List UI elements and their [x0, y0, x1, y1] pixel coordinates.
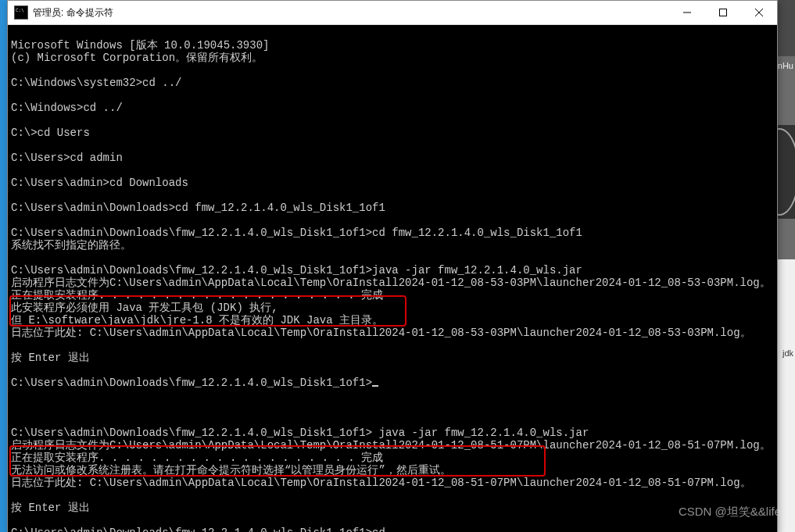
bg-text-fragment: nHu: [778, 61, 793, 70]
maximize-icon: [719, 9, 727, 16]
terminal-line: 但 E:\software\java\jdk\jre-1.8 不是有效的 JDK…: [11, 314, 383, 327]
window-buttons: [669, 1, 777, 24]
terminal-line: C:\>cd Users: [11, 127, 90, 139]
terminal-line: C:\Users\admin\Downloads\fmw_12.2.1.4.0_…: [11, 377, 372, 389]
close-button[interactable]: [741, 1, 777, 24]
bg-text-fragment: jdk: [782, 348, 793, 358]
window-title: 管理员: 命令提示符: [33, 6, 669, 20]
maximize-button[interactable]: [705, 1, 741, 24]
terminal-line: C:\Users\admin\Downloads\fmw_12.2.1.4.0_…: [11, 227, 582, 239]
svg-rect-1: [720, 9, 727, 16]
terminal-line: C:\Users>cd admin: [11, 152, 123, 164]
terminal-line: 按 Enter 退出: [11, 352, 90, 364]
terminal-line: C:\Users\admin\Downloads\fmw_12.2.1.4.0_…: [11, 527, 385, 532]
terminal-line: 日志位于此处: C:\Users\admin\AppData\Local\Tem…: [11, 477, 751, 489]
terminal-output[interactable]: Microsoft Windows [版本 10.0.19045.3930] (…: [8, 25, 777, 532]
close-icon: [755, 9, 763, 16]
terminal-line: Microsoft Windows [版本 10.0.19045.3930]: [11, 39, 269, 52]
terminal-line: 正在提取安装程序. . . . . . . . . . . . . . . . …: [11, 452, 383, 464]
title-bar[interactable]: 管理员: 命令提示符: [8, 1, 777, 25]
desktop-left-stripe: [0, 0, 7, 532]
cmd-window: 管理员: 命令提示符 Microsoft Windows [版本 10.0.19…: [7, 0, 778, 532]
terminal-line: 启动程序日志文件为C:\Users\admin\AppData\Local\Te…: [11, 277, 771, 289]
terminal-line: C:\Windows>cd ../: [11, 102, 123, 114]
cmd-icon: [14, 5, 28, 20]
terminal-line: 日志位于此处: C:\Users\admin\AppData\Local\Tem…: [11, 327, 751, 339]
minimize-button[interactable]: [669, 1, 705, 24]
terminal-line: 系统找不到指定的路径。: [11, 239, 131, 252]
terminal-line: C:\Windows\system32>cd ../: [11, 77, 181, 89]
terminal-line: (c) Microsoft Corporation。保留所有权利。: [11, 52, 263, 64]
terminal-line: 无法访问或修改系统注册表。请在打开命令提示符时选择“以管理员身份运行”，然后重试…: [11, 464, 451, 477]
watermark: CSDN @坦笑&&life: [679, 505, 781, 520]
terminal-line: C:\Users\admin>cd Downloads: [11, 177, 188, 189]
cursor: [372, 385, 378, 387]
minimize-icon: [683, 9, 691, 16]
terminal-line: C:\Users\admin\Downloads\fmw_12.2.1.4.0_…: [11, 427, 589, 439]
terminal-line: 按 Enter 退出: [11, 502, 90, 514]
terminal-line: C:\Users\admin\Downloads>cd fmw_12.2.1.4…: [11, 202, 385, 214]
terminal-line: 正在提取安装程序. . . . . . . . . . . . . . . . …: [11, 289, 383, 302]
terminal-line: 此安装程序必须使用 Java 开发工具包 (JDK) 执行,: [11, 302, 278, 314]
terminal-line: C:\Users\admin\Downloads\fmw_12.2.1.4.0_…: [11, 264, 582, 277]
terminal-line: 启动程序日志文件为C:\Users\admin\AppData\Local\Te…: [11, 439, 771, 452]
